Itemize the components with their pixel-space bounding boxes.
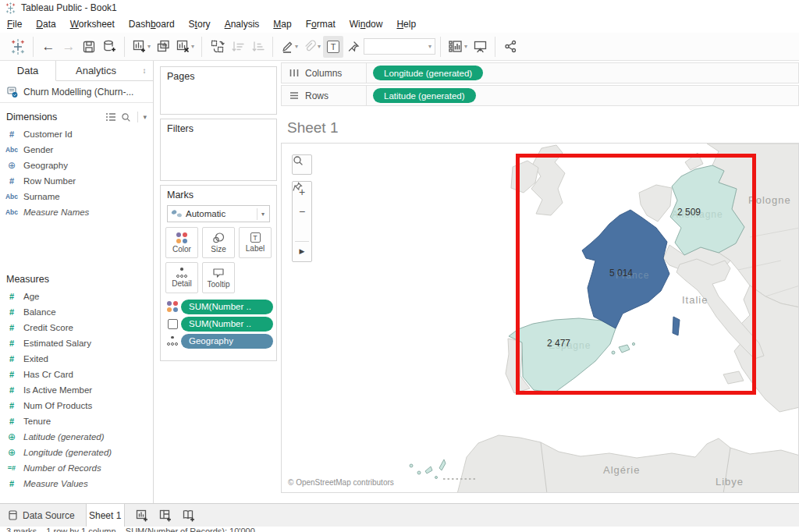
tableau-logo-icon[interactable] bbox=[8, 36, 28, 58]
dimensions-header: Dimensions ▾ bbox=[0, 108, 153, 126]
field-estimated-salary[interactable]: #Estimated Salary bbox=[0, 335, 153, 351]
field-measure-values[interactable]: #Measure Values bbox=[0, 476, 153, 491]
sheet-tabs-bar: Data Source Sheet 1 bbox=[0, 503, 799, 527]
find-field-icon[interactable] bbox=[121, 112, 131, 122]
filters-card[interactable]: Filters bbox=[160, 119, 277, 181]
tableau-window: Tableau Public - Book1 File Data Workshe… bbox=[0, 0, 799, 532]
menu-worksheet[interactable]: Worksheet bbox=[63, 17, 122, 31]
menu-window[interactable]: Window bbox=[343, 17, 390, 31]
field-measure-names[interactable]: AbcMeasure Names bbox=[0, 204, 153, 220]
tooltip-button[interactable]: Tooltip bbox=[202, 262, 235, 293]
fix-axes-pin-icon[interactable] bbox=[343, 36, 364, 58]
size-icon bbox=[212, 232, 225, 243]
field-customer-id[interactable]: #Customer Id bbox=[0, 126, 153, 142]
columns-pill-longitude[interactable]: Longitude (generated) bbox=[373, 66, 483, 80]
tableau-app-icon bbox=[5, 2, 16, 14]
field-num-of-products[interactable]: #Num Of Products bbox=[0, 398, 153, 413]
tab-data[interactable]: Data bbox=[0, 61, 56, 81]
detail-button[interactable]: Detail bbox=[165, 262, 198, 293]
pages-card[interactable]: Pages bbox=[160, 66, 277, 115]
sort-descending-icon[interactable] bbox=[247, 36, 268, 58]
menu-file[interactable]: File bbox=[0, 17, 29, 31]
menu-map[interactable]: Map bbox=[266, 17, 298, 31]
show-mark-labels-icon[interactable]: T bbox=[323, 36, 343, 58]
fit-selector-dropdown[interactable]: ▾ bbox=[364, 38, 435, 55]
marks-title: Marks bbox=[161, 186, 276, 202]
marks-pill-color-sum[interactable]: SUM(Number .. bbox=[164, 298, 273, 315]
map-controls-expand-button[interactable]: ▶ bbox=[293, 242, 311, 261]
undo-icon[interactable]: ← bbox=[38, 36, 59, 58]
window-title: Tableau Public - Book1 bbox=[21, 2, 117, 13]
field-has-cr-card[interactable]: #Has Cr Card bbox=[0, 367, 153, 382]
highlight-icon[interactable]: ▾ bbox=[278, 36, 300, 58]
presentation-mode-icon[interactable] bbox=[470, 36, 490, 58]
marks-pill-label-sum[interactable]: SUM(Number .. bbox=[164, 315, 273, 332]
new-worksheet-tab-button[interactable] bbox=[131, 504, 154, 527]
field-geography[interactable]: ⊕Geography bbox=[0, 158, 153, 173]
swap-rows-columns-icon[interactable] bbox=[207, 36, 227, 58]
tooltip-icon bbox=[212, 268, 225, 278]
map-view[interactable]: Pologne Italie Algérie Libye Allemagne F… bbox=[281, 143, 799, 493]
data-source-icon bbox=[6, 86, 19, 98]
menu-story[interactable]: Story bbox=[182, 17, 218, 31]
menu-format[interactable]: Format bbox=[299, 17, 343, 31]
marks-pill-geography[interactable]: Geography bbox=[164, 332, 273, 349]
new-worksheet-icon[interactable]: ▾ bbox=[130, 36, 153, 58]
menu-dashboard[interactable]: Dashboard bbox=[122, 17, 182, 31]
paperclip-icon[interactable]: ▾ bbox=[300, 36, 323, 58]
map-search-button[interactable] bbox=[292, 154, 312, 175]
tab-analytics[interactable]: Analytics bbox=[56, 61, 136, 80]
share-icon[interactable] bbox=[500, 36, 520, 58]
field-is-active-member[interactable]: #Is Active Member bbox=[0, 382, 153, 398]
new-data-source-icon[interactable] bbox=[99, 36, 119, 58]
label-button[interactable]: T Label bbox=[239, 227, 272, 258]
sort-ascending-icon[interactable] bbox=[227, 36, 247, 58]
pane-sort-icon[interactable]: ↕ bbox=[136, 61, 153, 80]
menu-data[interactable]: Data bbox=[29, 17, 62, 31]
clear-sheet-icon[interactable]: ▾ bbox=[173, 36, 197, 58]
save-icon[interactable] bbox=[79, 36, 99, 58]
redo-icon[interactable]: → bbox=[59, 36, 79, 58]
rows-shelf[interactable]: Rows Latitude (generated) bbox=[281, 85, 799, 106]
data-source-name: Churn Modelling (Churn-... bbox=[23, 87, 133, 98]
new-story-tab-button[interactable] bbox=[178, 504, 201, 527]
pane-menu-caret-icon[interactable]: ▾ bbox=[143, 113, 147, 121]
sheet-title: Sheet 1 bbox=[287, 119, 339, 137]
field-row-number[interactable]: #Row Number bbox=[0, 173, 153, 189]
new-dashboard-tab-button[interactable] bbox=[154, 504, 178, 527]
field-number-of-records[interactable]: =#Number of Records bbox=[0, 460, 153, 476]
pill-color-icon bbox=[164, 301, 181, 312]
island-canary-2 bbox=[417, 471, 421, 474]
pill-detail-icon bbox=[164, 336, 181, 346]
data-source-tab[interactable]: Data Source bbox=[0, 504, 86, 527]
menu-help[interactable]: Help bbox=[389, 17, 423, 31]
zoom-home-pin-button[interactable] bbox=[293, 222, 311, 241]
island-canary-4 bbox=[435, 477, 438, 479]
size-button[interactable]: Size bbox=[202, 227, 235, 258]
sheet1-tab[interactable]: Sheet 1 bbox=[86, 504, 125, 527]
marks-card: Marks Automatic ▾ Color Size bbox=[160, 185, 277, 361]
mark-type-dropdown[interactable]: Automatic ▾ bbox=[167, 205, 270, 222]
measures-header: Measures bbox=[0, 270, 153, 289]
data-source-item[interactable]: Churn Modelling (Churn-... bbox=[0, 81, 153, 103]
field-tenure[interactable]: #Tenure bbox=[0, 413, 153, 429]
rows-pill-latitude[interactable]: Latitude (generated) bbox=[373, 88, 476, 103]
field-surname[interactable]: AbcSurname bbox=[0, 189, 153, 204]
show-me-icon[interactable]: ▾ bbox=[446, 36, 470, 58]
view-as-list-icon[interactable] bbox=[105, 112, 116, 122]
field-exited[interactable]: #Exited bbox=[0, 351, 153, 367]
columns-shelf[interactable]: Columns Longitude (generated) bbox=[281, 62, 799, 83]
duplicate-sheet-icon[interactable] bbox=[153, 36, 173, 58]
field-balance[interactable]: #Balance bbox=[0, 304, 153, 320]
pin-icon bbox=[293, 182, 303, 192]
color-button[interactable]: Color bbox=[165, 227, 198, 258]
field-longitude-generated[interactable]: ⊕Longitude (generated) bbox=[0, 445, 153, 460]
field-age[interactable]: #Age bbox=[0, 289, 153, 304]
field-gender[interactable]: AbcGender bbox=[0, 142, 153, 158]
menu-analysis[interactable]: Analysis bbox=[218, 17, 267, 31]
field-credit-score[interactable]: #Credit Score bbox=[0, 320, 153, 335]
field-latitude-generated[interactable]: ⊕Latitude (generated) bbox=[0, 429, 153, 445]
data-pane: Data Analytics ↕ Churn Modelling (Churn-… bbox=[0, 61, 154, 503]
zoom-out-button[interactable]: − bbox=[293, 201, 311, 221]
columns-icon bbox=[289, 68, 300, 78]
